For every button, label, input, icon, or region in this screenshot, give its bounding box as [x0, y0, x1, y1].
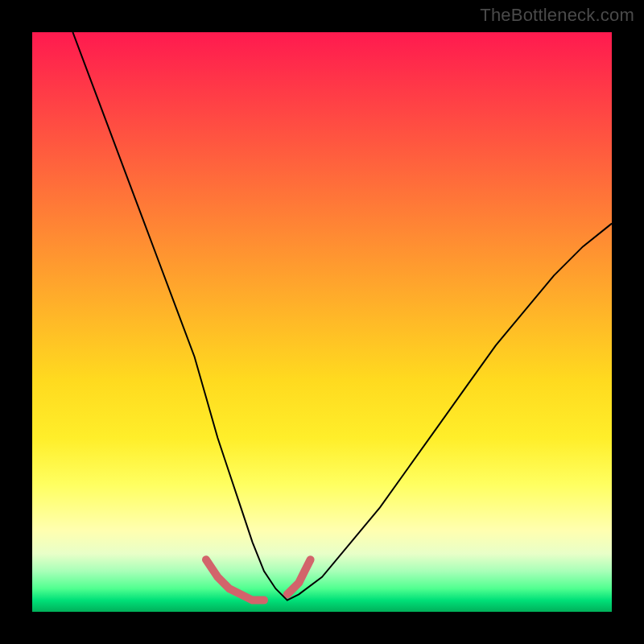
watermark-label: TheBottleneck.com — [480, 5, 634, 26]
bottleneck-curve-svg — [32, 32, 612, 612]
highlight-segment-0 — [206, 559, 264, 600]
bottleneck-curve — [72, 32, 612, 601]
